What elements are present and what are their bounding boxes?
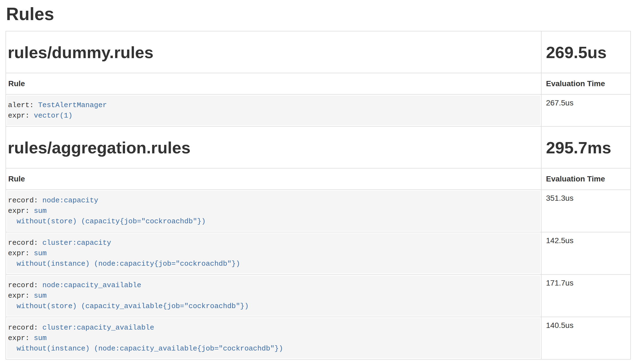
rules-page: Rules rules/dummy.rules269.5usRuleEvalua… bbox=[0, 0, 638, 360]
rule-link[interactable]: sum without(store) (capacity{job="cockro… bbox=[8, 207, 206, 226]
rules-table-body: rules/dummy.rules269.5usRuleEvaluation T… bbox=[6, 31, 630, 359]
rule-cell: record: node:capacity_available expr: su… bbox=[6, 274, 541, 317]
rule-link[interactable]: sum without(instance) (node:capacity{job… bbox=[8, 249, 240, 268]
rule-text-segment: record: bbox=[8, 281, 42, 289]
rules-table: rules/dummy.rules269.5usRuleEvaluation T… bbox=[6, 31, 631, 360]
evaluation-time-column-header: Evaluation Time bbox=[541, 168, 630, 189]
rule-eval-time: 140.5us bbox=[541, 317, 630, 359]
rule-definition: record: cluster:capacity_available expr:… bbox=[7, 318, 540, 358]
rule-link[interactable]: cluster:capacity bbox=[42, 239, 111, 247]
rule-eval-time: 171.7us bbox=[541, 274, 630, 317]
rule-link[interactable]: sum without(instance) (node:capacity_ava… bbox=[8, 334, 283, 353]
rule-eval-time: 142.5us bbox=[541, 232, 630, 274]
rule-row: record: cluster:capacity expr: sum witho… bbox=[6, 232, 630, 274]
rule-link[interactable]: TestAlertManager bbox=[38, 101, 107, 109]
rule-text-segment: record: bbox=[8, 196, 42, 205]
rule-group-name: rules/dummy.rules bbox=[8, 44, 538, 62]
rule-group-name-cell: rules/aggregation.rules bbox=[6, 126, 541, 168]
rule-cell: record: cluster:capacity expr: sum witho… bbox=[6, 232, 541, 274]
rule-row: record: node:capacity_available expr: su… bbox=[6, 274, 630, 317]
rule-link[interactable]: node:capacity bbox=[42, 196, 98, 205]
rule-row: alert: TestAlertManager expr: vector(1)2… bbox=[6, 94, 630, 126]
rule-definition: alert: TestAlertManager expr: vector(1) bbox=[7, 96, 540, 125]
rule-row: record: cluster:capacity_available expr:… bbox=[6, 317, 630, 359]
rule-column-header: Rule bbox=[6, 73, 541, 94]
rule-link[interactable]: sum without(store) (capacity_available{j… bbox=[8, 292, 249, 310]
rule-row: record: node:capacity expr: sum without(… bbox=[6, 189, 630, 232]
rule-group-row: rules/aggregation.rules295.7ms bbox=[6, 126, 630, 168]
rule-group-name-cell: rules/dummy.rules bbox=[6, 31, 541, 73]
rule-group-eval-time-cell: 295.7ms bbox=[541, 126, 630, 168]
rule-link[interactable]: cluster:capacity_available bbox=[42, 324, 154, 332]
page-title: Rules bbox=[6, 4, 631, 24]
rule-eval-time: 351.3us bbox=[541, 189, 630, 232]
rule-text-segment: record: bbox=[8, 239, 42, 247]
rule-group-eval-time: 295.7ms bbox=[546, 139, 627, 157]
rule-column-header: Rule bbox=[6, 168, 541, 189]
rule-definition: record: node:capacity expr: sum without(… bbox=[7, 191, 540, 231]
rule-group-eval-time: 269.5us bbox=[546, 44, 627, 62]
rule-text-segment: record: bbox=[8, 324, 42, 332]
rule-group-name: rules/aggregation.rules bbox=[8, 139, 538, 157]
rule-link[interactable]: vector(1) bbox=[34, 112, 72, 120]
rule-text-segment: expr: bbox=[8, 249, 34, 257]
rule-text-segment: expr: bbox=[8, 112, 34, 120]
rule-link[interactable]: node:capacity_available bbox=[42, 281, 141, 289]
column-header-row: RuleEvaluation Time bbox=[6, 168, 630, 189]
rule-cell: alert: TestAlertManager expr: vector(1) bbox=[6, 94, 541, 126]
rule-definition: record: node:capacity_available expr: su… bbox=[7, 276, 540, 316]
rule-group-eval-time-cell: 269.5us bbox=[541, 31, 630, 73]
column-header-row: RuleEvaluation Time bbox=[6, 73, 630, 94]
rule-eval-time: 267.5us bbox=[541, 94, 630, 126]
rule-group-row: rules/dummy.rules269.5us bbox=[6, 31, 630, 73]
rule-text-segment: expr: bbox=[8, 207, 34, 215]
rule-text-segment: expr: bbox=[8, 292, 34, 300]
rule-text-segment: alert: bbox=[8, 101, 38, 109]
rule-cell: record: node:capacity expr: sum without(… bbox=[6, 189, 541, 232]
evaluation-time-column-header: Evaluation Time bbox=[541, 73, 630, 94]
rule-cell: record: cluster:capacity_available expr:… bbox=[6, 317, 541, 359]
rule-text-segment: expr: bbox=[8, 334, 34, 342]
rule-definition: record: cluster:capacity expr: sum witho… bbox=[7, 233, 540, 273]
